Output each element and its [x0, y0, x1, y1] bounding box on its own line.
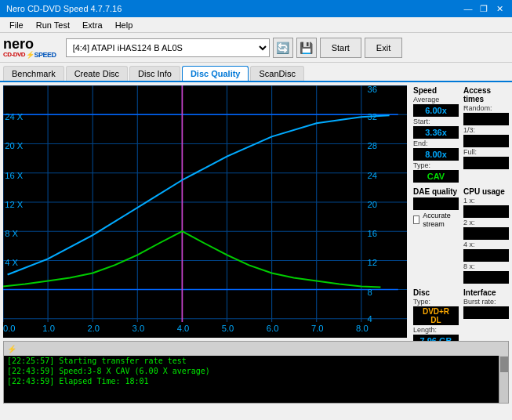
tab-benchmark[interactable]: Benchmark: [3, 66, 64, 81]
log-entry-0: [22:25:57] Starting transfer rate test: [4, 356, 508, 366]
accurate-stream-label: Accurate stream: [423, 212, 459, 229]
svg-text:28: 28: [368, 142, 378, 150]
tab-scandisc[interactable]: ScanDisc: [250, 66, 303, 81]
average-label: Average: [412, 96, 460, 103]
titlebar: Nero CD-DVD Speed 4.7.7.16 — ❐ ✕: [0, 0, 512, 17]
svg-text:20: 20: [368, 201, 378, 209]
svg-rect-0: [3, 85, 407, 338]
logo: nero CD-DVD ⚡SPEED: [3, 37, 56, 59]
svg-text:7.0: 7.0: [311, 324, 324, 332]
svg-text:4.0: 4.0: [177, 324, 190, 332]
main-content: 24 X 20 X 16 X 12 X 8 X 4 X 36 32 28 24 …: [0, 82, 512, 341]
cpu-label: CPU usage: [462, 186, 510, 197]
svg-text:5.0: 5.0: [222, 324, 234, 332]
svg-text:4: 4: [368, 314, 372, 323]
cpu-1x-value: [463, 205, 509, 218]
svg-text:16: 16: [368, 230, 378, 238]
cpu-8x-label: 8 x:: [462, 262, 510, 270]
random-value: [463, 113, 509, 125]
speed-label: Speed: [412, 85, 460, 96]
dae-section: DAE quality Accurate stream: [412, 186, 460, 284]
tab-disc-quality[interactable]: Disc Quality: [182, 66, 249, 81]
svg-text:36: 36: [368, 85, 378, 94]
disc-length-label: Length:: [412, 326, 460, 334]
random-label: Random:: [462, 104, 510, 112]
log-content: [22:25:57] Starting transfer rate test […: [4, 356, 508, 403]
tabs: Benchmark Create Disc Disc Info Disc Qua…: [0, 63, 512, 82]
dae-cpu-row: DAE quality Accurate stream CPU usage 1 …: [412, 186, 510, 284]
speed-section: Speed Average 6.00x Start: 3.36x End: 8.…: [412, 85, 460, 183]
drive-select[interactable]: [4:4] ATAPI iHAS124 B AL0S: [66, 38, 270, 57]
svg-text:3.0: 3.0: [133, 324, 145, 332]
menu-run-test[interactable]: Run Test: [30, 19, 76, 31]
log-entry-2: [22:43:59] Elapsed Time: 18:01: [4, 376, 508, 386]
svg-text:24: 24: [368, 171, 378, 179]
svg-text:8: 8: [368, 288, 372, 296]
interface-label: Interface: [462, 288, 510, 298]
dae-label: DAE quality: [412, 186, 460, 197]
full-value: [463, 157, 509, 169]
full-label: Full:: [462, 148, 510, 156]
svg-text:4 X: 4 X: [5, 259, 18, 267]
disc-interface-row: Disc Type: DVD+R DL Length: 7.96 GB Inte…: [412, 288, 510, 348]
svg-text:24 X: 24 X: [5, 113, 23, 121]
disc-section: Disc Type: DVD+R DL Length: 7.96 GB: [412, 288, 460, 348]
end-value: 8.00x: [413, 148, 459, 161]
menubar: File Run Test Extra Help: [0, 17, 512, 33]
exit-button[interactable]: Exit: [365, 38, 402, 58]
svg-text:8.0: 8.0: [356, 324, 369, 332]
cpu-4x-label: 4 x:: [462, 241, 510, 248]
type-value: CAV: [413, 170, 459, 183]
minimize-button[interactable]: —: [462, 2, 474, 15]
dae-value: [413, 197, 459, 210]
svg-text:8 X: 8 X: [5, 230, 18, 238]
interface-section: Interface Burst rate:: [462, 288, 510, 348]
cpu-8x-value: [463, 271, 509, 284]
type-label: Type:: [412, 161, 460, 169]
tab-disc-info[interactable]: Disc Info: [129, 66, 180, 81]
svg-text:12 X: 12 X: [5, 201, 23, 209]
nero-logo-text: nero: [3, 37, 56, 51]
svg-text:2.0: 2.0: [87, 324, 100, 332]
onethird-label: 1/3:: [462, 126, 510, 134]
svg-text:20 X: 20 X: [5, 142, 23, 150]
svg-text:1.0: 1.0: [42, 324, 55, 332]
menu-help[interactable]: Help: [109, 19, 140, 31]
accurate-stream-checkbox[interactable]: [413, 215, 419, 224]
menu-file[interactable]: File: [3, 19, 30, 31]
average-value: 6.00x: [413, 104, 459, 117]
svg-text:16 X: 16 X: [5, 171, 23, 179]
titlebar-title: Nero CD-DVD Speed 4.7.7.16: [6, 4, 122, 13]
disc-type-value: DVD+R DL: [413, 306, 459, 325]
cpu-1x-label: 1 x:: [462, 197, 510, 205]
log-scrollbar-thumb[interactable]: [500, 357, 508, 372]
refresh-button[interactable]: 🔄: [273, 38, 293, 58]
accurate-stream-row: Accurate stream: [412, 211, 460, 230]
log-entry-1: [22:43:59] Speed:3-8 X CAV (6.00 X avera…: [4, 366, 508, 376]
end-label: End:: [412, 139, 460, 147]
log-area: ⚡ [22:25:57] Starting transfer rate test…: [3, 341, 509, 404]
access-label: Access times: [462, 85, 510, 104]
start-label: Start:: [412, 118, 460, 125]
start-button[interactable]: Start: [320, 38, 361, 58]
close-button[interactable]: ✕: [493, 2, 506, 15]
cpu-2x-label: 2 x:: [462, 219, 510, 226]
svg-text:6.0: 6.0: [267, 324, 279, 332]
burst-value: [463, 306, 509, 319]
svg-text:0.0: 0.0: [3, 324, 16, 332]
svg-text:12: 12: [368, 259, 378, 267]
right-panel: Speed Average 6.00x Start: 3.36x End: 8.…: [410, 82, 512, 341]
toolbar: nero CD-DVD ⚡SPEED [4:4] ATAPI iHAS124 B…: [0, 33, 512, 63]
cpu-4x-value: [463, 249, 509, 262]
disc-type-label: Type:: [412, 298, 460, 306]
tab-create-disc[interactable]: Create Disc: [66, 66, 128, 81]
access-section: Access times Random: 1/3: Full:: [462, 85, 510, 183]
log-header-icon: ⚡: [7, 345, 16, 353]
save-button[interactable]: 💾: [296, 38, 317, 58]
log-scrollbar[interactable]: [499, 356, 508, 403]
menu-extra[interactable]: Extra: [76, 19, 109, 31]
cpu-section: CPU usage 1 x: 2 x: 4 x: 8 x:: [462, 186, 510, 284]
chart-svg: 24 X 20 X 16 X 12 X 8 X 4 X 36 32 28 24 …: [3, 85, 407, 338]
restore-button[interactable]: ❐: [478, 2, 490, 15]
log-header: ⚡: [4, 342, 508, 356]
